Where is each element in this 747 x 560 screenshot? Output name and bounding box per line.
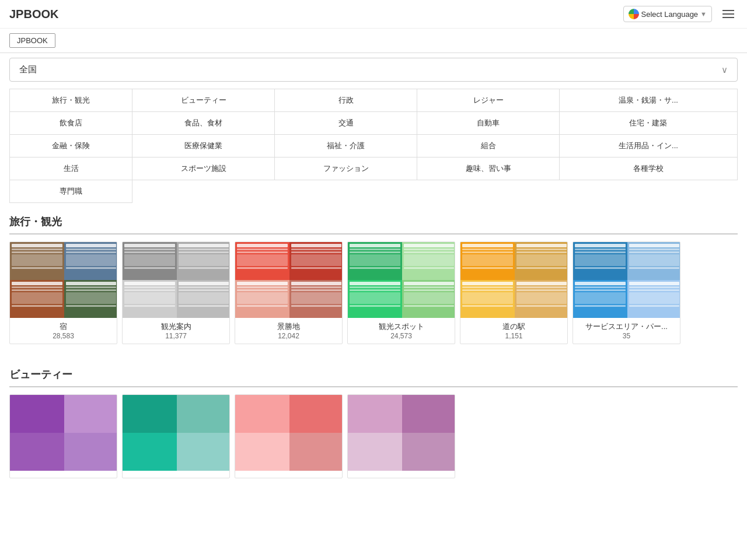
card-count: 35 bbox=[578, 332, 675, 340]
select-language-label: Select Language bbox=[641, 10, 699, 19]
lang-arrow-icon: ▼ bbox=[700, 10, 707, 18]
card-info: 宿28,583 bbox=[10, 318, 117, 344]
card-info: 景勝地12,042 bbox=[235, 318, 342, 344]
section-0: 旅行・観光宿28,583観光案内11,377景勝地12,042観光スポット24,… bbox=[9, 215, 738, 344]
card-count: 24,573 bbox=[352, 332, 450, 340]
category-cell[interactable]: ファッション bbox=[275, 158, 417, 180]
category-cell[interactable]: 食品、食材 bbox=[132, 112, 275, 135]
card-thumbnail bbox=[348, 242, 455, 318]
card-thumbnail bbox=[10, 395, 117, 471]
card-label: 道の駅 bbox=[465, 321, 563, 332]
card-thumbnail bbox=[235, 242, 343, 318]
region-selector[interactable]: 全国 ∨ bbox=[9, 58, 738, 82]
card-thumbnail bbox=[460, 242, 568, 318]
card-count: 28,583 bbox=[15, 332, 112, 340]
card-thumbnail bbox=[573, 242, 680, 318]
category-cell[interactable]: 飲食店 bbox=[10, 112, 132, 135]
card-label: サービスエリア・パー... bbox=[578, 321, 675, 332]
cards-grid bbox=[9, 394, 738, 478]
card-info bbox=[348, 471, 455, 478]
card[interactable]: 観光スポット24,573 bbox=[347, 242, 455, 344]
category-cell[interactable]: 生活用品・イン... bbox=[559, 135, 737, 158]
card-count: 12,042 bbox=[240, 332, 337, 340]
card-label: 宿 bbox=[15, 321, 112, 332]
breadcrumb: JPBOOK bbox=[0, 29, 747, 53]
card-label: 景勝地 bbox=[240, 321, 337, 332]
card-thumbnail bbox=[10, 242, 117, 318]
section-1: ビューティー bbox=[9, 368, 738, 478]
card-info: 観光スポット24,573 bbox=[348, 318, 455, 344]
region-arrow-icon: ∨ bbox=[721, 65, 728, 75]
category-cell[interactable]: 趣味、習い事 bbox=[417, 158, 560, 180]
card[interactable] bbox=[347, 394, 455, 478]
category-cell bbox=[417, 180, 560, 203]
category-cell[interactable]: 医療保健業 bbox=[132, 135, 275, 158]
card-thumbnail bbox=[123, 395, 230, 471]
card[interactable] bbox=[122, 394, 230, 478]
language-selector[interactable]: Select Language ▼ bbox=[623, 6, 712, 22]
category-cell[interactable]: 温泉・銭湯・サ... bbox=[559, 89, 737, 112]
category-cell[interactable]: スポーツ施設 bbox=[132, 158, 275, 180]
category-cell[interactable]: ビューティー bbox=[132, 89, 275, 112]
category-cell[interactable]: 旅行・観光 bbox=[10, 89, 132, 112]
card-thumbnail bbox=[123, 242, 230, 318]
card-label: 観光スポット bbox=[352, 321, 450, 332]
section-title: 旅行・観光 bbox=[9, 215, 738, 235]
card[interactable]: 道の駅1,151 bbox=[460, 242, 568, 344]
card-label: 観光案内 bbox=[127, 321, 225, 332]
card-info: 観光案内11,377 bbox=[123, 318, 229, 344]
section-title: ビューティー bbox=[9, 368, 738, 387]
card[interactable]: 景勝地12,042 bbox=[235, 242, 343, 344]
category-cell[interactable]: 交通 bbox=[275, 112, 417, 135]
cards-grid: 宿28,583観光案内11,377景勝地12,042観光スポット24,573道の… bbox=[9, 242, 738, 344]
region-label: 全国 bbox=[19, 64, 37, 75]
card[interactable]: 宿28,583 bbox=[9, 242, 117, 344]
card-info: サービスエリア・パー...35 bbox=[573, 318, 680, 344]
card[interactable]: 観光案内11,377 bbox=[122, 242, 230, 344]
breadcrumb-jpbook[interactable]: JPBOOK bbox=[9, 33, 55, 48]
hamburger-icon bbox=[722, 10, 734, 18]
category-cell[interactable]: 住宅・建築 bbox=[559, 112, 737, 135]
category-cell[interactable]: 生活 bbox=[10, 158, 132, 180]
category-table: 旅行・観光ビューティー行政レジャー温泉・銭湯・サ...飲食店食品、食材交通自動車… bbox=[9, 89, 738, 203]
card-count: 11,377 bbox=[127, 332, 225, 340]
card-thumbnail bbox=[235, 395, 343, 471]
card[interactable] bbox=[235, 394, 343, 478]
card[interactable] bbox=[9, 394, 117, 478]
card-info: 道の駅1,151 bbox=[460, 318, 567, 344]
category-cell[interactable]: 各種学校 bbox=[559, 158, 737, 180]
category-cell bbox=[132, 180, 275, 203]
category-cell[interactable]: 組合 bbox=[417, 135, 560, 158]
logo[interactable]: JPBOOK bbox=[9, 8, 58, 21]
card-count: 1,151 bbox=[465, 332, 563, 340]
category-cell[interactable]: 専門職 bbox=[10, 180, 132, 203]
header-right: Select Language ▼ bbox=[623, 5, 738, 23]
card-info bbox=[123, 471, 229, 478]
card-info bbox=[235, 471, 342, 478]
card-thumbnail bbox=[348, 395, 455, 471]
card[interactable]: サービスエリア・パー...35 bbox=[573, 242, 680, 344]
category-cell bbox=[275, 180, 417, 203]
header: JPBOOK Select Language ▼ bbox=[0, 0, 747, 29]
category-cell[interactable]: 福祉・介護 bbox=[275, 135, 417, 158]
category-cell[interactable]: レジャー bbox=[417, 89, 560, 112]
category-cell[interactable]: 金融・保険 bbox=[10, 135, 132, 158]
category-cell bbox=[559, 180, 737, 203]
menu-icon-button[interactable] bbox=[719, 5, 738, 23]
category-cell[interactable]: 行政 bbox=[275, 89, 417, 112]
category-cell[interactable]: 自動車 bbox=[417, 112, 560, 135]
card-info bbox=[10, 471, 117, 478]
google-icon bbox=[629, 9, 639, 19]
